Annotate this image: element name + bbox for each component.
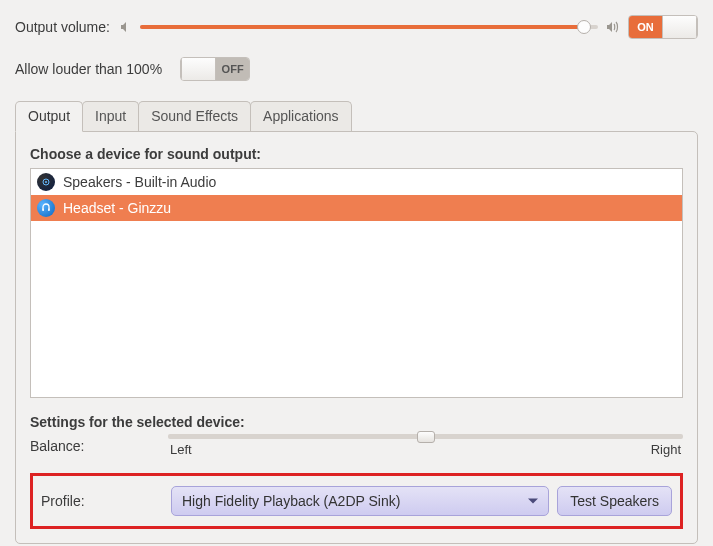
profile-label: Profile: (41, 493, 163, 509)
allow-louder-switch[interactable]: OFF (180, 57, 250, 81)
output-tab-panel: Choose a device for sound output: Speake… (15, 131, 698, 544)
sound-tabs: Output Input Sound Effects Applications (15, 101, 698, 131)
allow-louder-row: Allow louder than 100% OFF (15, 57, 698, 81)
svg-rect-2 (42, 209, 44, 212)
svg-rect-3 (48, 209, 50, 212)
profile-selected: High Fidelity Playback (A2DP Sink) (182, 493, 400, 509)
device-label: Speakers - Built-in Audio (63, 174, 216, 190)
balance-endpoints: Left Right (168, 442, 683, 457)
speaker-icon (37, 173, 55, 191)
output-volume-switch[interactable]: ON (628, 15, 698, 39)
device-item-headset[interactable]: Headset - Ginzzu (31, 195, 682, 221)
device-item-builtin[interactable]: Speakers - Built-in Audio (31, 169, 682, 195)
profile-dropdown[interactable]: High Fidelity Playback (A2DP Sink) (171, 486, 549, 516)
tab-output[interactable]: Output (15, 101, 83, 132)
tab-input[interactable]: Input (82, 101, 139, 131)
allow-louder-label: Allow louder than 100% (15, 61, 162, 77)
tab-applications[interactable]: Applications (250, 101, 352, 131)
test-speakers-label: Test Speakers (570, 493, 659, 509)
balance-slider[interactable] (168, 434, 683, 439)
headset-icon (37, 199, 55, 217)
switch-knob (662, 16, 697, 38)
settings-label: Settings for the selected device: (30, 414, 683, 430)
svg-point-1 (45, 181, 47, 183)
balance-label: Balance: (30, 434, 158, 454)
volume-low-icon (118, 20, 132, 34)
output-device-list[interactable]: Speakers - Built-in Audio Headset - Ginz… (30, 168, 683, 398)
volume-high-icon (606, 20, 620, 34)
switch-on-label: ON (629, 16, 662, 38)
chevron-down-icon (528, 499, 538, 504)
output-volume-slider[interactable] (140, 25, 598, 29)
switch-knob (181, 58, 216, 80)
profile-highlight: Profile: High Fidelity Playback (A2DP Si… (30, 473, 683, 529)
device-label: Headset - Ginzzu (63, 200, 171, 216)
balance-left-label: Left (170, 442, 192, 457)
test-speakers-button[interactable]: Test Speakers (557, 486, 672, 516)
output-volume-label: Output volume: (15, 19, 110, 35)
balance-row: Balance: Left Right (30, 434, 683, 457)
balance-right-label: Right (651, 442, 681, 457)
tab-sound-effects[interactable]: Sound Effects (138, 101, 251, 131)
output-volume-row: Output volume: ON (15, 15, 698, 39)
choose-device-label: Choose a device for sound output: (30, 146, 683, 162)
switch-off-label: OFF (216, 58, 249, 80)
